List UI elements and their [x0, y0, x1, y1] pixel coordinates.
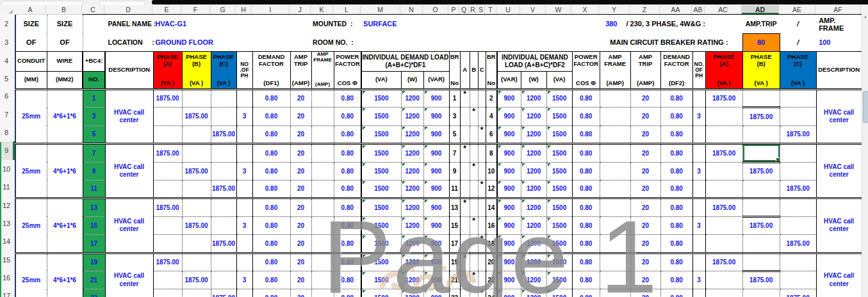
cell-U7[interactable]: 900: [497, 108, 521, 125]
cell-M7[interactable]: 1500: [361, 108, 401, 125]
cell-V10[interactable]: 1200: [521, 162, 546, 180]
cell-D9[interactable]: HVAC call center: [105, 144, 153, 198]
cell-L15[interactable]: 0.80: [334, 253, 361, 271]
cell-X14[interactable]: 0.80: [572, 235, 600, 253]
cell-L13[interactable]: 0.80: [334, 216, 361, 234]
scroll-up-icon[interactable]: ▲: [862, 15, 868, 19]
cell-AE12[interactable]: [780, 198, 816, 216]
cell-O16[interactable]: 900: [423, 271, 449, 289]
cell-P15[interactable]: 19: [449, 253, 460, 271]
cell-O14[interactable]: 900: [423, 235, 449, 253]
cell-N10[interactable]: 1200: [401, 162, 423, 180]
cell-Z9[interactable]: 20: [630, 144, 660, 162]
cell-P8[interactable]: 5: [449, 125, 460, 143]
idl2-unit-var[interactable]: (VAR): [497, 71, 521, 89]
row-header-6[interactable]: 6: [0, 87, 15, 105]
cell-A3[interactable]: OF: [15, 34, 47, 52]
cell-E14[interactable]: [153, 235, 182, 253]
cell-H10[interactable]: 3: [236, 162, 252, 180]
df2-header[interactable]: DEMANDFACTOR(DF2): [660, 52, 692, 90]
panel-name-cell[interactable]: PANEL NAME :HVAC-G1: [83, 15, 311, 34]
cell-AC8[interactable]: [705, 125, 742, 143]
cell-W14[interactable]: 1500: [546, 235, 572, 253]
cell-Y13[interactable]: [600, 216, 630, 234]
mounted-cell[interactable]: MOUNTED :SURFACE: [311, 15, 449, 34]
selected-cell[interactable]: [742, 144, 780, 162]
cell-J14[interactable]: 20: [290, 235, 311, 253]
br-no-header-right[interactable]: BRNo: [486, 52, 497, 90]
cell-J10[interactable]: 20: [290, 162, 311, 180]
cell-P2[interactable]: [449, 15, 572, 34]
cell-J9[interactable]: 20: [290, 144, 311, 162]
cell-AA8[interactable]: 0.80: [660, 125, 692, 143]
cell-T16[interactable]: 22: [486, 271, 497, 289]
cell-AB7[interactable]: 3: [692, 108, 705, 125]
cell-AC16[interactable]: [705, 271, 742, 289]
cell-L12[interactable]: 0.80: [334, 198, 361, 216]
cell-AD16[interactable]: 1875.00: [742, 271, 780, 289]
cell-AF15[interactable]: HVAC call center: [816, 253, 862, 297]
cell-D15[interactable]: HVAC call center: [105, 253, 153, 297]
cell-I10[interactable]: 0.80: [252, 162, 290, 180]
cell-S13[interactable]: [478, 216, 486, 234]
cell-Z8[interactable]: 20: [630, 125, 660, 143]
idl2-header[interactable]: INDIVIDUAL DEMANDLOAD (A+B+C)*DF2: [497, 52, 572, 72]
cell-I14[interactable]: 0.80: [252, 235, 290, 253]
cell-H13[interactable]: 3: [236, 216, 252, 234]
cell-U8[interactable]: 900: [497, 125, 521, 143]
cell-Q10[interactable]: [460, 162, 470, 180]
idl1-header[interactable]: INDIVIDUAL DEMAND LOAD(A+B+C)*DF1: [361, 52, 449, 72]
cell-Q17[interactable]: [460, 289, 470, 297]
cell-B12[interactable]: 4*6+1*6: [47, 198, 83, 253]
cell-O9[interactable]: 900: [423, 144, 449, 162]
cell-K10[interactable]: [311, 162, 334, 180]
cell-E9[interactable]: 1875.00: [153, 144, 182, 162]
idl2-unit-w[interactable]: (W): [521, 71, 546, 89]
cell-G13[interactable]: [211, 216, 236, 234]
cell-O17[interactable]: 900: [423, 289, 449, 297]
cell-O11[interactable]: 900: [423, 180, 449, 198]
cell-J15[interactable]: 20: [290, 253, 311, 271]
br-no-header-left[interactable]: BRNo: [449, 52, 460, 90]
cell-W16[interactable]: 1500: [546, 271, 572, 289]
cell-Y9[interactable]: [600, 144, 630, 162]
cell-S14[interactable]: *: [478, 235, 486, 253]
cell-AD15[interactable]: [742, 253, 780, 271]
cell-N8[interactable]: 1200: [401, 125, 423, 143]
cell-C7[interactable]: 3: [83, 108, 105, 125]
cell-F16[interactable]: 1875.00: [182, 271, 211, 289]
column-header-AB[interactable]: AB: [692, 5, 705, 14]
cell-Q13[interactable]: [460, 216, 470, 234]
power-factor-header-left[interactable]: POWERFACTORCOS Φ: [334, 52, 361, 90]
cell-P12[interactable]: 13: [449, 198, 460, 216]
cell-E10[interactable]: [153, 162, 182, 180]
cell-AD11[interactable]: [742, 180, 780, 198]
cell-R13[interactable]: *: [470, 216, 478, 234]
cell-N13[interactable]: 1200: [401, 216, 423, 234]
column-header-J[interactable]: J: [290, 5, 311, 14]
cell-AE11[interactable]: 1875.00: [780, 180, 816, 198]
cell-C10[interactable]: 9: [83, 162, 105, 180]
cell-R9[interactable]: [470, 144, 478, 162]
cell-P10[interactable]: 9: [449, 162, 460, 180]
cell-V15[interactable]: 1200: [521, 253, 546, 271]
cell-T8[interactable]: 6: [486, 125, 497, 143]
column-header-AD[interactable]: AD: [742, 5, 779, 14]
cell-O8[interactable]: 900: [423, 125, 449, 143]
cell-A4[interactable]: CONDUIT: [15, 52, 47, 72]
cell-N12[interactable]: 1200: [401, 198, 423, 216]
cell-E13[interactable]: [153, 216, 182, 234]
cell-S16[interactable]: [478, 271, 486, 289]
cell-M11[interactable]: 1500: [361, 180, 401, 198]
cell-R15[interactable]: [470, 253, 478, 271]
cell-F12[interactable]: [182, 198, 211, 216]
cell-M6[interactable]: 1500: [361, 90, 401, 108]
cell-AB12[interactable]: [692, 198, 705, 216]
cell-D6[interactable]: HVAC call center: [105, 90, 153, 144]
cell-E15[interactable]: 1875.00: [153, 253, 182, 271]
row-header-12[interactable]: 12: [0, 196, 15, 214]
cell-S11[interactable]: *: [478, 180, 486, 198]
cell-S15[interactable]: [478, 253, 486, 271]
amp-trip-label[interactable]: AMP.TRIP: [742, 15, 780, 34]
cell-R16[interactable]: *: [470, 271, 478, 289]
